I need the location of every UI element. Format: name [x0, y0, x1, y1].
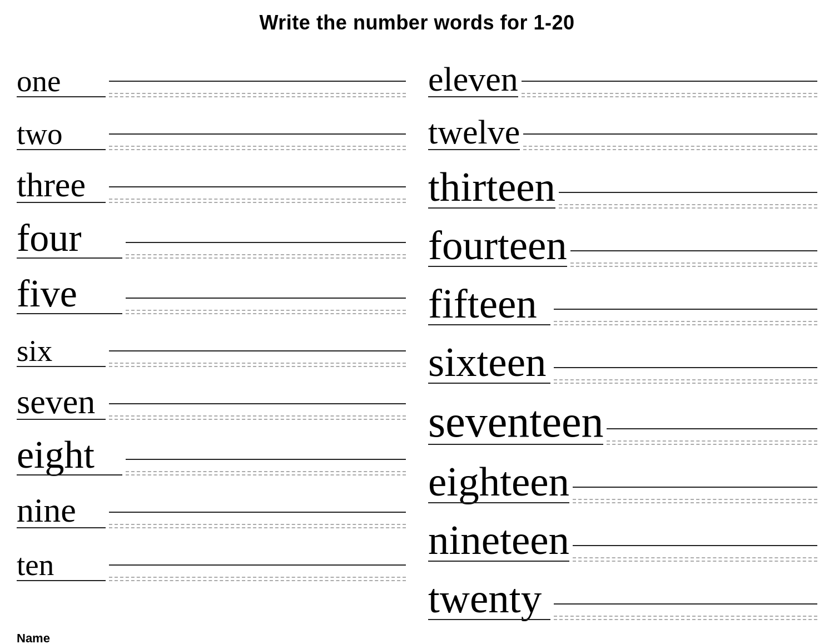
writing-lines[interactable] [522, 81, 817, 97]
number-word-row: two [17, 97, 406, 150]
dotted-midline [126, 254, 406, 255]
solid-baseline [126, 298, 406, 299]
solid-baseline [570, 250, 817, 251]
number-word-row: ten [17, 528, 406, 581]
right-column: eleventwelvethirteenfourteenfifteensixte… [428, 44, 817, 620]
writing-lines[interactable] [523, 133, 817, 150]
word-thirteen: thirteen [428, 166, 555, 209]
word-eight: eight [17, 435, 122, 475]
word-four: four [17, 219, 122, 259]
dotted-midline [607, 440, 817, 442]
writing-lines[interactable] [109, 512, 406, 528]
number-word-row: thirteen [428, 150, 817, 209]
word-nine: nine [17, 493, 106, 528]
writing-lines[interactable] [573, 487, 817, 503]
number-word-row: six [17, 314, 406, 367]
writing-lines[interactable] [126, 298, 406, 314]
dotted-midline [522, 93, 817, 94]
dotted-topline [554, 619, 817, 620]
dotted-midline [559, 204, 817, 205]
dotted-midline [523, 146, 817, 147]
solid-baseline [554, 367, 817, 368]
dotted-midline [554, 321, 817, 322]
solid-baseline [554, 309, 817, 310]
solid-baseline [522, 81, 817, 82]
dotted-topline [109, 580, 406, 581]
solid-baseline [109, 403, 406, 404]
left-column: onetwothreefourfivesixseveneightnineten [17, 44, 406, 620]
dotted-midline [554, 379, 817, 380]
solid-baseline [573, 545, 817, 546]
word-six: six [17, 335, 106, 367]
number-word-row: eighteen [428, 445, 817, 503]
dotted-midline [109, 577, 406, 578]
word-nineteen: nineteen [428, 519, 569, 562]
number-word-row: sixteen [428, 325, 817, 384]
word-twelve: twelve [428, 115, 520, 150]
writing-lines[interactable] [573, 545, 817, 562]
number-word-row: fourteen [428, 209, 817, 267]
writing-lines[interactable] [109, 186, 406, 203]
dotted-midline [126, 471, 406, 472]
solid-baseline [573, 487, 817, 488]
name-label: Name [17, 631, 50, 644]
writing-lines[interactable] [559, 192, 817, 209]
name-line[interactable] [56, 636, 817, 644]
writing-lines[interactable] [109, 350, 406, 367]
word-five: five [17, 274, 122, 314]
word-seventeen: seventeen [428, 399, 603, 445]
word-fifteen: fifteen [428, 283, 550, 325]
word-one: one [17, 66, 106, 97]
name-row: Name [17, 626, 817, 644]
word-eighteen: eighteen [428, 460, 569, 503]
writing-lines[interactable] [126, 459, 406, 475]
word-ten: ten [17, 549, 106, 581]
writing-lines[interactable] [554, 367, 817, 384]
dotted-midline [109, 93, 406, 94]
writing-lines[interactable] [109, 403, 406, 420]
solid-baseline [109, 186, 406, 187]
writing-lines[interactable] [554, 603, 817, 620]
number-word-row: one [17, 44, 406, 97]
writing-lines[interactable] [554, 309, 817, 325]
writing-lines[interactable] [607, 428, 817, 445]
number-word-row: seven [17, 367, 406, 420]
number-word-row: five [17, 259, 406, 314]
solid-baseline [607, 428, 817, 429]
dotted-midline [126, 310, 406, 311]
dotted-midline [109, 199, 406, 200]
dotted-midline [109, 524, 406, 525]
writing-lines[interactable] [109, 564, 406, 581]
dotted-midline [573, 499, 817, 500]
writing-lines[interactable] [570, 250, 817, 267]
number-word-row: nineteen [428, 503, 817, 562]
solid-baseline [109, 350, 406, 351]
dotted-midline [554, 616, 817, 617]
number-word-row: four [17, 203, 406, 259]
writing-lines[interactable] [109, 81, 406, 97]
word-seven: seven [17, 384, 106, 420]
word-two: two [17, 118, 106, 150]
word-fourteen: fourteen [428, 224, 567, 267]
solid-baseline [109, 133, 406, 135]
number-word-row: twelve [428, 97, 817, 150]
solid-baseline [554, 603, 817, 605]
number-word-row: nine [17, 475, 406, 528]
word-eleven: eleven [428, 62, 518, 97]
solid-baseline [109, 564, 406, 566]
dotted-midline [109, 363, 406, 364]
writing-lines[interactable] [126, 242, 406, 259]
number-word-row: twenty [428, 562, 817, 620]
dotted-midline [109, 146, 406, 147]
solid-baseline [523, 133, 817, 135]
word-twenty: twenty [428, 577, 550, 620]
solid-baseline [109, 81, 406, 82]
page-title: Write the number words for 1-20 [17, 11, 817, 34]
dotted-midline [573, 557, 817, 558]
solid-baseline [109, 512, 406, 513]
word-sixteen: sixteen [428, 341, 550, 384]
dotted-midline [570, 262, 817, 264]
writing-lines[interactable] [109, 133, 406, 150]
number-word-row: seventeen [428, 384, 817, 445]
solid-baseline [126, 242, 406, 243]
